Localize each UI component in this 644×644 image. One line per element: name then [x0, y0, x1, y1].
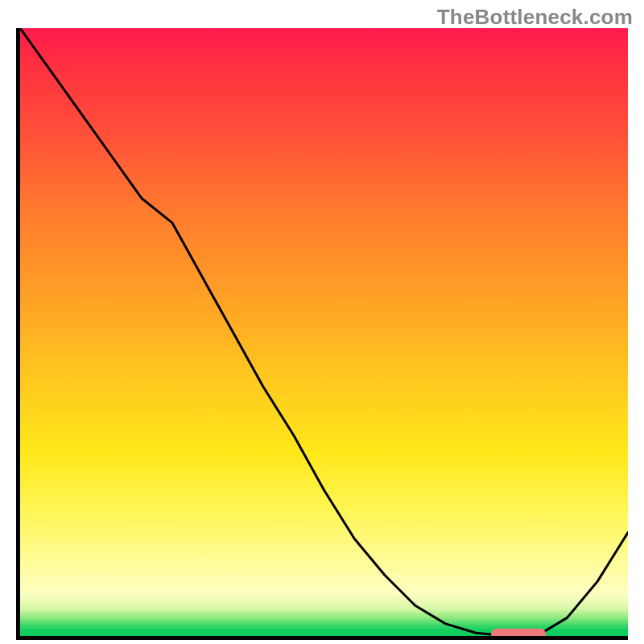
- bottleneck-curve: [20, 28, 628, 636]
- watermark-text: TheBottleneck.com: [437, 5, 633, 30]
- curve-layer: [20, 28, 628, 636]
- optimal-range-marker: [491, 629, 546, 636]
- chart-canvas: TheBottleneck.com: [0, 0, 644, 644]
- plot-area: [16, 28, 628, 640]
